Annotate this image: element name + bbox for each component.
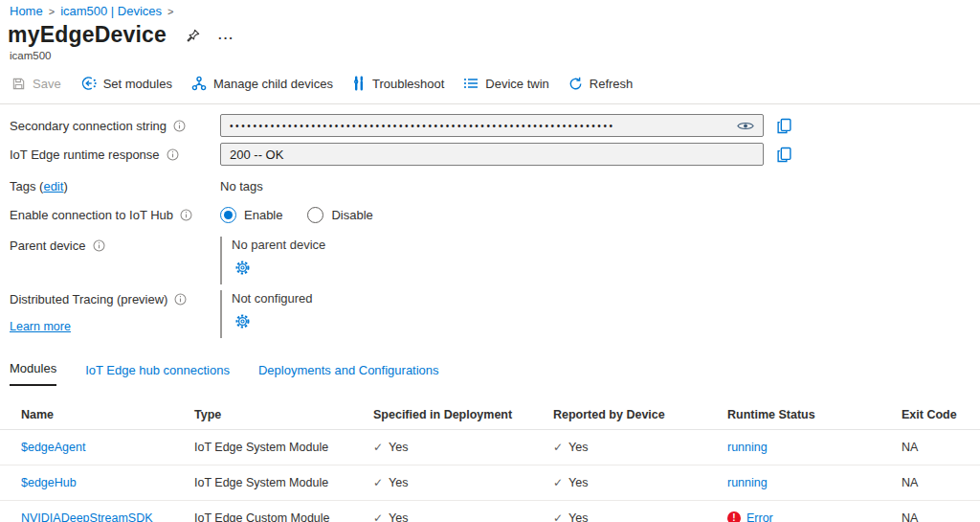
check-icon: ✓ xyxy=(373,511,383,522)
parent-device-value: No parent device xyxy=(232,237,325,252)
breadcrumb-separator: > xyxy=(167,6,173,17)
runtime-response-row: IoT Edge runtime response 200 -- OK xyxy=(10,143,980,166)
title-row: myEdgeDevice ... xyxy=(0,22,980,48)
radio-enable-label: Enable xyxy=(244,208,282,222)
exit-code-value: NA xyxy=(902,511,980,522)
distributed-tracing-config-block: Not configured xyxy=(220,290,313,338)
info-icon[interactable] xyxy=(174,293,187,306)
gear-icon[interactable] xyxy=(234,313,251,329)
gear-icon[interactable] xyxy=(234,260,251,276)
tab-bar: Modules IoT Edge hub connections Deploym… xyxy=(0,357,980,386)
device-twin-button[interactable]: Device twin xyxy=(454,77,558,91)
radio-disable-circle xyxy=(307,207,323,223)
tags-row: Tags (edit) No tags xyxy=(10,179,980,193)
module-type: IoT Edge System Module xyxy=(194,441,373,454)
save-button[interactable]: Save xyxy=(11,77,71,91)
more-options-icon[interactable]: ... xyxy=(218,28,234,42)
modules-table-header: Name Type Specified in Deployment Report… xyxy=(0,399,980,430)
tab-deployments-and-configurations[interactable]: Deployments and Configurations xyxy=(258,359,439,386)
breadcrumb-home-link[interactable]: Home xyxy=(10,4,43,18)
runtime-status-link[interactable]: Error xyxy=(746,511,773,522)
radio-enable-circle xyxy=(220,207,236,223)
refresh-button[interactable]: Refresh xyxy=(559,77,643,91)
radio-disable-label: Disable xyxy=(331,208,372,222)
tags-edit-link[interactable]: edit xyxy=(43,179,63,193)
secondary-connection-string-input[interactable]: ••••••••••••••••••••••••••••••••••••••••… xyxy=(220,114,764,137)
col-header-name: Name xyxy=(21,408,194,421)
learn-more-link[interactable]: Learn more xyxy=(10,320,220,333)
tools-icon xyxy=(352,76,366,91)
exit-code-value: NA xyxy=(902,476,980,489)
module-link[interactable]: $edgeAgent xyxy=(21,441,85,454)
info-icon[interactable] xyxy=(167,148,179,161)
tags-label: Tags (edit) xyxy=(10,179,68,193)
info-icon[interactable] xyxy=(93,239,105,252)
set-modules-label: Set modules xyxy=(103,77,172,91)
hierarchy-icon xyxy=(191,76,207,91)
runtime-status-link[interactable]: running xyxy=(727,441,768,454)
troubleshoot-button[interactable]: Troubleshoot xyxy=(343,76,454,91)
troubleshoot-label: Troubleshoot xyxy=(372,77,444,91)
pin-icon[interactable] xyxy=(186,28,201,43)
breadcrumb-devices-link[interactable]: icam500 | Devices xyxy=(60,4,162,18)
breadcrumb-separator: > xyxy=(49,6,55,17)
tab-modules[interactable]: Modules xyxy=(10,357,56,386)
device-subtitle: icam500 xyxy=(0,50,980,61)
secondary-connection-string-row: Secondary connection string ••••••••••••… xyxy=(10,114,980,137)
info-icon[interactable] xyxy=(180,209,192,221)
parent-device-config-block: No parent device xyxy=(220,237,325,284)
exit-code-value: NA xyxy=(902,441,980,454)
runtime-status-link[interactable]: running xyxy=(727,476,768,489)
device-detail-page: Home > icam500 | Devices > myEdgeDevice … xyxy=(0,0,980,522)
copy-icon[interactable] xyxy=(776,147,792,163)
specified-value: Yes xyxy=(389,476,408,489)
module-link[interactable]: NVIDIADeepStreamSDK xyxy=(21,511,153,522)
runtime-response-label: IoT Edge runtime response xyxy=(10,148,160,162)
distributed-tracing-row: Distributed Tracing (preview) Learn more… xyxy=(10,290,980,338)
reported-value: Yes xyxy=(568,511,588,522)
tags-label-prefix: Tags ( xyxy=(10,179,43,193)
radio-disable[interactable]: Disable xyxy=(307,207,372,223)
radio-enable[interactable]: Enable xyxy=(220,207,282,223)
reveal-eye-icon[interactable] xyxy=(737,121,754,131)
breadcrumb: Home > icam500 | Devices > xyxy=(0,0,980,18)
module-type: IoT Edge Custom Module xyxy=(194,511,373,522)
col-header-specified: Specified in Deployment xyxy=(373,408,553,421)
tab-iot-edge-hub-connections[interactable]: IoT Edge hub connections xyxy=(85,359,230,386)
save-icon xyxy=(11,77,26,91)
specified-value: Yes xyxy=(389,441,408,454)
distributed-tracing-label: Distributed Tracing (preview) xyxy=(10,292,167,306)
runtime-response-value: 200 -- OK xyxy=(230,148,754,162)
table-row-edgeagent: $edgeAgent IoT Edge System Module ✓Yes ✓… xyxy=(0,430,980,465)
table-row-nvidiadeepstreamsdk: NVIDIADeepStreamSDK IoT Edge Custom Modu… xyxy=(0,501,980,522)
tags-value: No tags xyxy=(220,179,263,193)
check-icon: ✓ xyxy=(373,476,383,489)
list-icon xyxy=(463,77,479,90)
manage-child-devices-label: Manage child devices xyxy=(213,77,333,91)
distributed-tracing-value: Not configured xyxy=(232,290,313,306)
secondary-connection-string-label: Secondary connection string xyxy=(10,119,167,133)
specified-value: Yes xyxy=(389,511,408,522)
check-icon: ✓ xyxy=(553,441,563,454)
module-type: IoT Edge System Module xyxy=(194,476,373,489)
save-label: Save xyxy=(33,77,61,91)
reported-value: Yes xyxy=(568,441,588,454)
device-twin-label: Device twin xyxy=(485,77,548,91)
table-row-edgehub: $edgeHub IoT Edge System Module ✓Yes ✓Ye… xyxy=(0,465,980,501)
parent-device-label: Parent device xyxy=(10,238,86,253)
module-link[interactable]: $edgeHub xyxy=(21,476,77,489)
page-title: myEdgeDevice xyxy=(8,22,167,48)
masked-connection-string: ••••••••••••••••••••••••••••••••••••••••… xyxy=(230,121,731,131)
set-modules-icon xyxy=(80,76,97,91)
modules-table: Name Type Specified in Deployment Report… xyxy=(0,399,980,522)
refresh-icon xyxy=(568,77,583,91)
copy-icon[interactable] xyxy=(776,118,792,134)
col-header-runtime-status: Runtime Status xyxy=(727,408,902,421)
info-icon[interactable] xyxy=(173,120,186,132)
col-header-exit-code: Exit Code xyxy=(902,408,980,421)
manage-child-devices-button[interactable]: Manage child devices xyxy=(182,76,343,91)
enable-connection-label: Enable connection to IoT Hub xyxy=(10,208,173,222)
parent-device-row: Parent device No parent device xyxy=(10,237,980,284)
set-modules-button[interactable]: Set modules xyxy=(71,76,182,91)
runtime-response-input[interactable]: 200 -- OK xyxy=(220,143,764,166)
